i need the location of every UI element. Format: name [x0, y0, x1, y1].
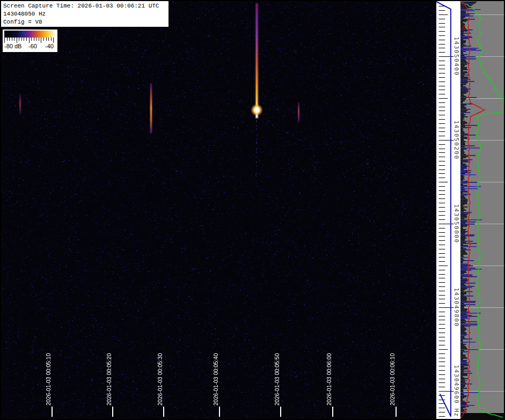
time-axis-label: 2026-01-03 00:05:10: [45, 353, 52, 406]
colorbar-gradient: [4, 31, 56, 38]
colorbar-ticks: [4, 38, 56, 43]
db-colorbar: -80 dB-60-40: [3, 30, 57, 52]
freq-axis-label: 143049800: [453, 288, 460, 327]
freq-axis-label: 143049600 Hz: [453, 365, 460, 417]
info-box: Screen Capture Time: 2026-01-03 00:06:21…: [1, 1, 169, 27]
capture-time-text: Screen Capture Time: 2026-01-03 00:06:21…: [3, 2, 169, 10]
time-axis-label: 2026-01-03 00:05:40: [213, 353, 219, 406]
colorbar-label: -80 dB: [4, 43, 21, 49]
colorbar-label: -60: [28, 43, 37, 49]
freq-axis-label: 143050000: [453, 204, 460, 243]
time-axis-label: 2026-01-03 00:05:30: [157, 353, 163, 406]
waterfall-spectrogram-canvas: [0, 0, 505, 420]
colorbar-label: -40: [45, 43, 54, 49]
config-text: Config = V8: [3, 18, 169, 26]
time-axis-label: 2026-01-03 00:06:00: [326, 353, 332, 406]
time-axis-label: 2026-01-03 00:06:10: [389, 353, 396, 406]
freq-axis-label: 143050400: [453, 36, 460, 76]
colorbar-labels: -80 dB-60-40: [4, 43, 56, 50]
freq-axis-label: 143050200: [453, 120, 460, 159]
capture-frequency-text: 143048050 Hz: [3, 10, 169, 18]
time-axis-label: 2026-01-03 00:05:20: [106, 353, 112, 406]
meteor-scatter-app-window: Screen Capture Time: 2026-01-03 00:06:21…: [0, 0, 505, 420]
time-axis-label: 2026-01-03 00:05:50: [274, 353, 280, 406]
